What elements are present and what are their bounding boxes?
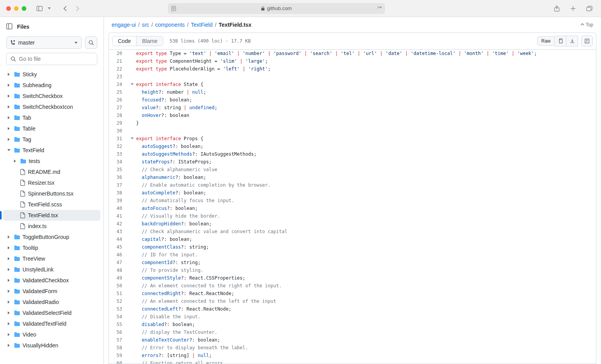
line-content[interactable]: // To provide styling. [136,266,211,274]
line-number[interactable]: 55 [109,321,128,328]
file-filter[interactable] [6,53,97,65]
line-number[interactable]: 41 [109,212,128,220]
refresh-icon[interactable] [377,6,382,11]
line-number[interactable]: 37 [109,181,128,189]
line-content[interactable]: componentId?: string; [136,259,208,266]
line-content[interactable]: stateProps?: IStateProps; [136,158,219,166]
line-content[interactable]: export type ComponentHeight = 'slim' | '… [136,57,276,65]
file-filter-input[interactable] [19,56,93,62]
line-content[interactable]: connectedLeft?: React.ReactNode; [136,305,239,313]
line-content[interactable]: height?: number | null; [136,88,214,96]
line-number[interactable]: 46 [109,251,128,259]
line-content[interactable]: // Enable automatic completion by the br… [136,181,278,189]
line-content[interactable]: // Visually hide the border. [136,212,228,220]
chevron-icon[interactable] [6,137,12,141]
search-button[interactable] [85,36,97,49]
tree-item-textfield-tsx[interactable]: TextField.tsx [3,210,100,221]
files-panel-icon[interactable] [6,23,13,30]
chevron-icon[interactable] [6,278,12,282]
line-number[interactable]: 45 [109,243,128,251]
line-content[interactable]: // Disable the input. [136,313,208,321]
chevron-icon[interactable] [6,127,12,130]
line-number[interactable]: 26 [109,96,128,104]
address-bar[interactable]: github.com [168,3,385,14]
top-link[interactable]: Top [580,22,593,27]
tabs-icon[interactable] [584,3,595,14]
line-number[interactable]: 44 [109,235,128,243]
chevron-icon[interactable] [6,311,12,315]
line-number[interactable]: 34 [109,158,128,166]
chevron-icon[interactable] [6,72,12,76]
chevron-icon[interactable] [6,268,12,271]
line-number[interactable]: 52 [109,297,128,305]
line-content[interactable]: // Automatically focus the input. [136,197,242,204]
line-number[interactable]: 54 [109,313,128,321]
tree-item-validatedform[interactable]: ValidatedForm [3,286,100,297]
line-number[interactable]: 33 [109,150,128,158]
chevron-icon[interactable] [12,159,18,163]
line-number[interactable]: 24 [109,81,128,88]
new-tab-icon[interactable] [568,3,579,14]
line-number[interactable]: 57 [109,336,128,344]
line-content[interactable]: // An element connected to the left of t… [136,297,284,305]
branch-selector[interactable]: master [6,36,82,49]
line-content[interactable] [136,127,144,135]
line-content[interactable]: alphanumeric?: boolean; [136,173,214,181]
tree-item-table[interactable]: Table [3,123,100,134]
line-number[interactable]: 50 [109,282,128,290]
code-tab[interactable]: Code [112,36,136,46]
line-number[interactable]: 51 [109,290,128,297]
chevron-down-icon[interactable] [47,3,52,14]
chevron-icon[interactable] [6,116,12,120]
tree-item-validatedtextfield[interactable]: ValidatedTextField [3,318,100,329]
line-content[interactable]: export interface State { [136,81,211,88]
line-number[interactable]: 32 [109,143,128,150]
chevron-icon[interactable] [6,83,12,87]
tree-item-validatedcheckbox[interactable]: ValidatedCheckbox [3,275,100,286]
line-number[interactable]: 43 [109,228,128,235]
line-number[interactable]: 42 [109,220,128,228]
forward-button[interactable] [72,3,83,14]
raw-button[interactable]: Raw [537,36,555,46]
line-content[interactable]: // Check alphanumeric value and convert … [136,228,295,235]
fold-gutter[interactable] [128,81,136,88]
tree-item-tests[interactable]: tests [3,156,100,167]
line-number[interactable]: 30 [109,127,128,135]
breadcrumb-textfield[interactable]: TextField [191,22,212,28]
line-number[interactable]: 36 [109,173,128,181]
line-number[interactable]: 53 [109,305,128,313]
line-number[interactable]: 47 [109,259,128,266]
line-number[interactable]: 25 [109,88,128,96]
line-number[interactable]: 40 [109,204,128,212]
tree-item-subheading[interactable]: Subheading [3,80,100,91]
tree-item-spinnerbuttons-tsx[interactable]: SpinnerButtons.tsx [3,188,100,199]
line-content[interactable]: autoSuggest?: boolean; [136,143,211,150]
line-content[interactable]: // Error to display beneath the label. [136,344,256,352]
tree-item-textfield-scss[interactable]: TextField.scss [3,199,100,210]
tree-item-unstyledlink[interactable]: UnstyledLink [3,264,100,275]
minimize-window-button[interactable] [14,6,19,11]
code-view[interactable]: 20export type Type = 'text' | 'email' | … [109,50,596,364]
maximize-window-button[interactable] [22,6,26,11]
line-content[interactable]: disabled?: boolean; [136,321,203,328]
line-content[interactable]: } [136,119,147,127]
chevron-icon[interactable] [6,246,12,250]
tree-item-readme-md[interactable]: README.md [3,167,100,177]
back-button[interactable] [60,3,71,14]
line-number[interactable]: 58 [109,344,128,352]
line-content[interactable] [136,73,144,81]
line-number[interactable]: 21 [109,57,128,65]
line-number[interactable]: 31 [109,135,128,143]
line-number[interactable]: 20 [109,50,128,57]
line-content[interactable]: componentStyle?: React.CSSProperties; [136,274,253,282]
tree-item-visuallyhidden[interactable]: VisuallyHidden [3,340,100,351]
chevron-icon[interactable] [6,235,12,239]
sidebar-toggle-icon[interactable] [34,3,45,14]
line-content[interactable]: // ID for the input. [136,251,206,259]
line-number[interactable]: 23 [109,73,128,81]
tree-item-validatedselectfield[interactable]: ValidatedSelectField [3,307,100,318]
line-content[interactable]: capital?: boolean; [136,235,200,243]
tree-item-resizer-tsx[interactable]: Resizer.tsx [3,177,100,188]
line-content[interactable]: connectedRight?: React.ReactNode; [136,290,242,297]
chevron-icon[interactable] [6,289,12,293]
